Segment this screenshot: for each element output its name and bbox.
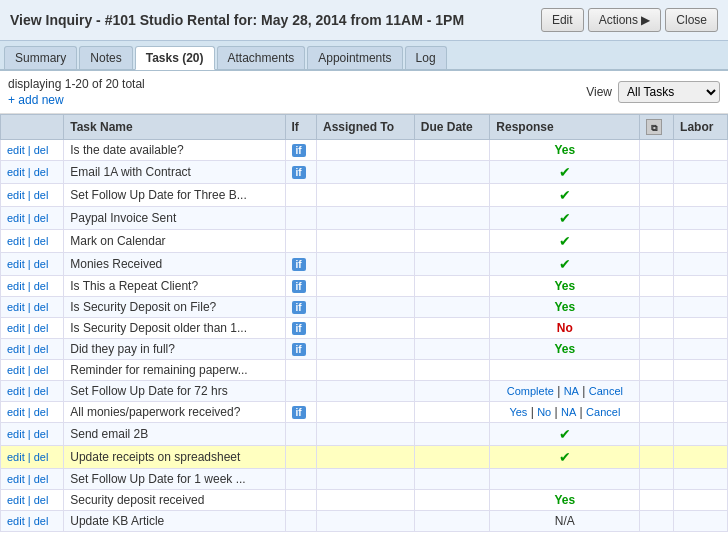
task-assigned xyxy=(317,184,415,207)
del-link[interactable]: del xyxy=(34,473,49,485)
task-copy xyxy=(640,423,674,446)
edit-link[interactable]: edit xyxy=(7,406,25,418)
del-link[interactable]: del xyxy=(34,166,49,178)
response-link[interactable]: Complete xyxy=(507,385,554,397)
del-link[interactable]: del xyxy=(34,494,49,506)
table-row: edit | delSecurity deposit receivedYes xyxy=(1,490,728,511)
col-actions xyxy=(1,115,64,140)
task-copy xyxy=(640,253,674,276)
edit-link[interactable]: edit xyxy=(7,451,25,463)
task-if xyxy=(285,184,317,207)
edit-link[interactable]: edit xyxy=(7,144,25,156)
tab-tasks[interactable]: Tasks (20) xyxy=(135,46,215,70)
edit-link[interactable]: edit xyxy=(7,473,25,485)
task-due-date xyxy=(414,140,490,161)
task-labor xyxy=(674,140,728,161)
view-dropdown[interactable]: All Tasks Open Tasks Closed Tasks xyxy=(618,81,720,103)
del-link[interactable]: del xyxy=(34,235,49,247)
task-response: Yes xyxy=(490,339,640,360)
task-name: Did they pay in full? xyxy=(64,339,285,360)
del-link[interactable]: del xyxy=(34,385,49,397)
table-row: edit | delIs the date available?ifYes xyxy=(1,140,728,161)
edit-link[interactable]: edit xyxy=(7,189,25,201)
tab-notes[interactable]: Notes xyxy=(79,46,132,69)
response-link[interactable]: No xyxy=(537,406,551,418)
del-link[interactable]: del xyxy=(34,212,49,224)
edit-link[interactable]: edit xyxy=(7,322,25,334)
del-link[interactable]: del xyxy=(34,189,49,201)
task-due-date xyxy=(414,360,490,381)
col-copy: ⧉ xyxy=(640,115,674,140)
task-if xyxy=(285,207,317,230)
edit-link[interactable]: edit xyxy=(7,301,25,313)
task-response: Yes xyxy=(490,297,640,318)
task-if xyxy=(285,360,317,381)
del-link[interactable]: del xyxy=(34,280,49,292)
del-link[interactable]: del xyxy=(34,301,49,313)
del-link[interactable]: del xyxy=(34,144,49,156)
task-if xyxy=(285,230,317,253)
task-due-date xyxy=(414,318,490,339)
del-link[interactable]: del xyxy=(34,515,49,527)
tab-appointments[interactable]: Appointments xyxy=(307,46,402,69)
table-row: edit | delAll monies/paperwork received?… xyxy=(1,402,728,423)
if-badge: if xyxy=(292,166,306,179)
edit-link[interactable]: edit xyxy=(7,428,25,440)
actions-button[interactable]: Actions ▶ xyxy=(588,8,662,32)
task-labor xyxy=(674,339,728,360)
del-link[interactable]: del xyxy=(34,322,49,334)
tab-log[interactable]: Log xyxy=(405,46,447,69)
table-row: edit | delUpdate receipts on spreadsheet… xyxy=(1,446,728,469)
add-new-link[interactable]: + add new xyxy=(8,93,145,107)
table-row: edit | delPaypal Invoice Sent✔ xyxy=(1,207,728,230)
del-link[interactable]: del xyxy=(34,343,49,355)
edit-link[interactable]: edit xyxy=(7,515,25,527)
task-due-date xyxy=(414,381,490,402)
del-link[interactable]: del xyxy=(34,258,49,270)
response-link[interactable]: Cancel xyxy=(589,385,623,397)
task-name: Set Follow Up Date for 1 week ... xyxy=(64,469,285,490)
task-labor xyxy=(674,360,728,381)
edit-link[interactable]: edit xyxy=(7,364,25,376)
task-assigned xyxy=(317,381,415,402)
close-button[interactable]: Close xyxy=(665,8,718,32)
task-copy xyxy=(640,184,674,207)
view-selector: View All Tasks Open Tasks Closed Tasks xyxy=(586,81,720,103)
task-response: ✔ xyxy=(490,207,640,230)
tab-summary[interactable]: Summary xyxy=(4,46,77,69)
tab-attachments[interactable]: Attachments xyxy=(217,46,306,69)
edit-button[interactable]: Edit xyxy=(541,8,584,32)
edit-link[interactable]: edit xyxy=(7,343,25,355)
task-response: ✔ xyxy=(490,423,640,446)
edit-link[interactable]: edit xyxy=(7,280,25,292)
task-response: Yes xyxy=(490,276,640,297)
task-if: if xyxy=(285,161,317,184)
if-badge: if xyxy=(292,322,306,335)
task-assigned xyxy=(317,230,415,253)
response-link[interactable]: Yes xyxy=(509,406,527,418)
del-link[interactable]: del xyxy=(34,451,49,463)
response-yes: Yes xyxy=(555,300,576,314)
edit-link[interactable]: edit xyxy=(7,258,25,270)
response-link[interactable]: NA xyxy=(564,385,579,397)
del-link[interactable]: del xyxy=(34,428,49,440)
if-badge: if xyxy=(292,406,306,419)
del-link[interactable]: del xyxy=(34,364,49,376)
edit-link[interactable]: edit xyxy=(7,494,25,506)
edit-link[interactable]: edit xyxy=(7,235,25,247)
task-name: Is This a Repeat Client? xyxy=(64,276,285,297)
task-response xyxy=(490,360,640,381)
response-link[interactable]: Cancel xyxy=(586,406,620,418)
task-response: Complete | NA | Cancel xyxy=(490,381,640,402)
edit-link[interactable]: edit xyxy=(7,166,25,178)
response-link[interactable]: NA xyxy=(561,406,576,418)
row-actions: edit | del xyxy=(1,381,64,402)
del-link[interactable]: del xyxy=(34,406,49,418)
task-due-date xyxy=(414,339,490,360)
task-labor xyxy=(674,469,728,490)
row-actions: edit | del xyxy=(1,207,64,230)
edit-link[interactable]: edit xyxy=(7,212,25,224)
edit-link[interactable]: edit xyxy=(7,385,25,397)
task-name: Send email 2B xyxy=(64,423,285,446)
toolbar-row: displaying 1-20 of 20 total + add new Vi… xyxy=(0,71,728,114)
